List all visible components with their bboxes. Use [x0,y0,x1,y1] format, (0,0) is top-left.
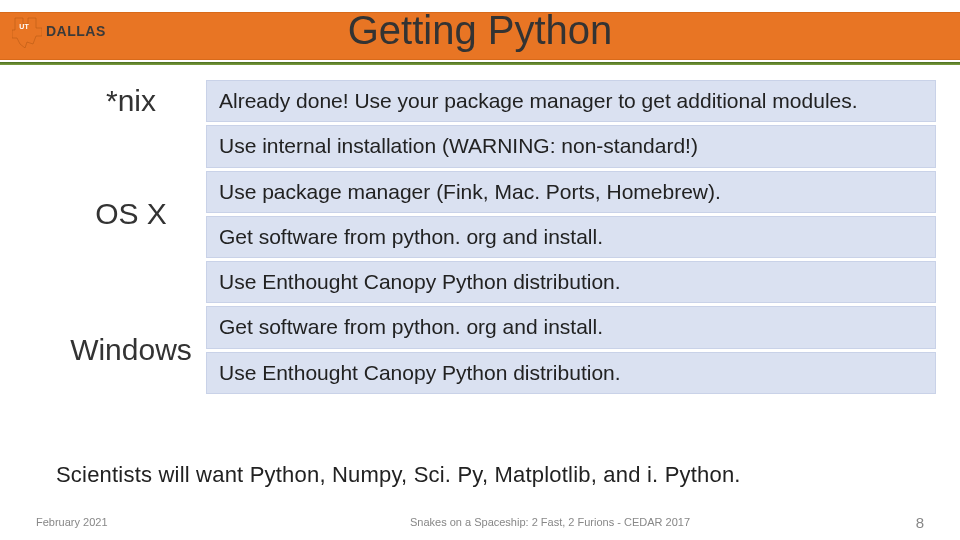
table-row: Windows Get software from python. org an… [56,306,936,394]
bottom-note: Scientists will want Python, Numpy, Sci.… [56,462,936,488]
desc-cell: Get software from python. org and instal… [206,216,936,258]
install-table: *nix Already done! Use your package mana… [56,80,936,397]
footer: February 2021 Snakes on a Spaceship: 2 F… [0,512,960,532]
header-underline [0,62,960,65]
slide-title: Getting Python [0,8,960,53]
desc-col: Already done! Use your package manager t… [206,80,936,122]
desc-cell: Use package manager (Fink, Mac. Ports, H… [206,171,936,213]
footer-page-number: 8 [864,514,924,531]
desc-cell: Already done! Use your package manager t… [206,80,936,122]
desc-cell: Use Enthought Canopy Python distribution… [206,261,936,303]
footer-date: February 2021 [36,516,236,528]
os-label-nix: *nix [56,80,206,122]
desc-col: Use internal installation (WARNING: non-… [206,125,936,303]
desc-cell: Use internal installation (WARNING: non-… [206,125,936,167]
desc-cell: Use Enthought Canopy Python distribution… [206,352,936,394]
slide: UT DALLAS Getting Python *nix Already do… [0,0,960,540]
desc-col: Get software from python. org and instal… [206,306,936,394]
table-row: OS X Use internal installation (WARNING:… [56,125,936,303]
os-label-osx: OS X [56,125,206,303]
os-label-windows: Windows [56,306,206,394]
table-row: *nix Already done! Use your package mana… [56,80,936,122]
footer-center: Snakes on a Spaceship: 2 Fast, 2 Furions… [236,516,864,528]
desc-cell: Get software from python. org and instal… [206,306,936,348]
